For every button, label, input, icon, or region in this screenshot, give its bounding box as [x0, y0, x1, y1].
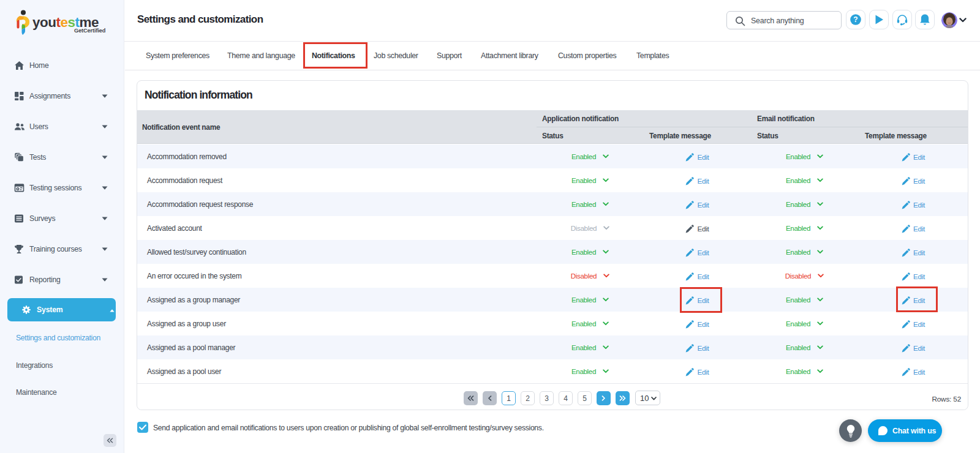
- svg-text:?: ?: [853, 15, 858, 24]
